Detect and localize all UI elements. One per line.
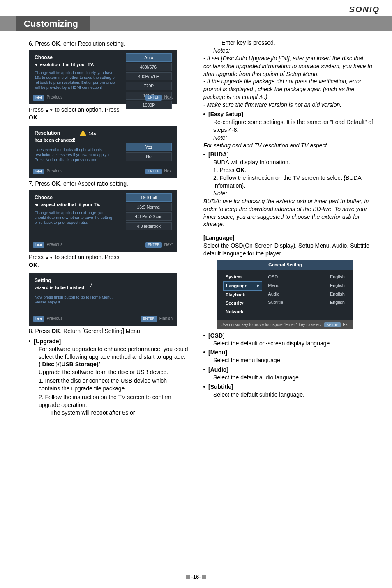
resolution-confirm-panel: Resolution has been changed! 14s Does ev… <box>29 126 177 178</box>
prev-chip-icon: I◀◀ <box>33 169 44 174</box>
osd-bullet: [OSD] <box>203 332 376 340</box>
subtitle-label: [Subtitle] <box>208 384 233 390</box>
panel-footer: I◀◀Previous ENTERNext <box>33 168 173 175</box>
panel-desc: Now press finish button to go to Home Me… <box>35 295 117 305</box>
gs-val-subtitle: English <box>308 298 347 307</box>
easy-setup-bullet: [Easy Setup] <box>203 110 376 118</box>
resolution-choose-panel: Choose a resolution that fit your TV. Ch… <box>29 50 177 105</box>
brand-logo: SONIQ <box>349 4 380 15</box>
bullet-icon <box>29 340 30 342</box>
content-columns: 6. Press OK, enter Resolution setting. C… <box>0 39 392 569</box>
panel-subcaption: has been changed! <box>35 137 76 143</box>
upgrade-step-2a: - The system will reboot after 5s or <box>47 409 189 417</box>
warning-icon <box>80 130 86 136</box>
panel-desc: Change will be applied immediately, you … <box>35 70 117 90</box>
panel-desc: Change will be applied in next page, you… <box>35 210 117 225</box>
gs-mid-subtitle[interactable]: Subtitle <box>265 298 304 307</box>
confirm-options: Yes No <box>126 143 172 161</box>
prev-footer[interactable]: I◀◀Previous <box>33 242 62 248</box>
buda-note-label: Note: <box>213 190 376 198</box>
aspect-options: 16:9 Full 16:9 Normal 4:3 PanSScan 4:3 l… <box>126 193 172 230</box>
page-footer: -16- <box>0 573 392 581</box>
gs-item-playback[interactable]: Playback <box>223 291 262 299</box>
gs-body: System Language Playback Security Networ… <box>217 270 353 320</box>
gs-val-osd: English <box>308 273 347 281</box>
down-arrow-icon <box>49 254 53 260</box>
option-43letterbox[interactable]: 4:3 letterbox <box>126 222 172 230</box>
gs-footer: Use cursor key to move focus,use "Enter … <box>217 320 353 329</box>
upgrade-body-1: For software upgrades to enhance perform… <box>39 345 189 361</box>
menu-label: [Menu] <box>208 349 227 356</box>
gs-mid-osd[interactable]: OSD <box>265 273 304 281</box>
bullet-icon <box>203 351 205 353</box>
next-footer[interactable]: ENTERNext <box>145 168 173 175</box>
up-arrow-icon <box>45 106 49 113</box>
gs-title: ... General Setting ... <box>217 260 353 270</box>
option-169full[interactable]: 16:9 Full <box>126 193 172 202</box>
gs-item-network[interactable]: Network <box>223 308 262 316</box>
enter-chip-icon: ENTER <box>145 95 162 100</box>
gs-footer-hint: Use cursor key to move focus,use "Enter … <box>221 322 322 328</box>
next-footer[interactable]: ENTERNext <box>145 94 173 101</box>
option-yes[interactable]: Yes <box>126 143 172 151</box>
gs-item-language[interactable]: Language <box>223 281 262 291</box>
aspect-choose-panel: Choose an aspect ratio that fit your TV.… <box>29 190 177 252</box>
enter-chip-icon: ENTER <box>141 316 157 322</box>
option-720p[interactable]: 720P <box>126 82 172 90</box>
option-1080p[interactable]: 1080P <box>126 101 172 109</box>
gs-right-col: English English English English <box>307 273 349 316</box>
down-arrow-icon <box>49 106 53 113</box>
upgrade-step-1: 1. Insert the disc or connect the USB de… <box>39 377 189 393</box>
left-column: 6. Press OK, enter Resolution setting. C… <box>0 39 196 569</box>
panel-caption: Setting <box>35 277 86 284</box>
play-arrow-icon <box>257 284 259 287</box>
gs-val-menu: English <box>308 281 347 290</box>
option-43panscan[interactable]: 4:3 PanSScan <box>126 212 172 220</box>
upgrade-list-label: { Disc }/{USB Storage}/ <box>39 361 189 368</box>
upgrade-bullet: [Upgrade] <box>29 338 189 345</box>
prev-chip-icon: I◀◀ <box>33 95 44 100</box>
option-480i[interactable]: 480I/576I <box>126 63 172 71</box>
buda-label: [BUDA] <box>208 151 229 158</box>
option-no[interactable]: No <box>126 152 172 161</box>
wizard-finish-panel: Setting wizard is to be finished! √ Now … <box>29 273 177 326</box>
option-169normal[interactable]: 16:9 Normal <box>126 203 172 211</box>
gs-mid-audio[interactable]: Audio <box>265 290 304 299</box>
step-6-text: 6. Press OK, enter Resolution setting. <box>29 40 189 48</box>
gs-val-audio: English <box>308 290 347 299</box>
language-heading: [Language] <box>203 234 376 242</box>
next-footer[interactable]: ENTERNext <box>145 242 173 248</box>
gs-mid-menu[interactable]: Menu <box>265 281 304 290</box>
enter-chip-icon: ENTER <box>145 242 162 248</box>
upgrade-step-2: 2. Follow the instruction on the TV scre… <box>39 393 189 409</box>
bullet-icon <box>203 369 205 370</box>
option-auto[interactable]: Auto <box>126 53 172 62</box>
prev-footer[interactable]: I◀◀Previous <box>33 168 62 175</box>
panel-subcaption: wizard is to be finished! <box>35 285 86 291</box>
gs-item-system[interactable]: System <box>223 273 262 281</box>
buda-note-body: BUDA: use for choosing the exterior usb … <box>203 198 376 229</box>
bullet-icon <box>203 154 205 155</box>
notes-label: Notes: <box>213 47 376 55</box>
gs-mid-col: OSD Menu Audio Subtitle <box>264 273 306 316</box>
osd-body: Select the default on-screen display lan… <box>213 340 376 347</box>
easy-setup-label: [Easy Setup] <box>208 111 243 117</box>
audio-body: Select the default audio language. <box>213 374 376 381</box>
setup-chip-icon: SETUP <box>324 322 341 327</box>
gs-footer-exit[interactable]: SETUPExit <box>324 322 350 328</box>
page-title: Customizing <box>16 16 90 31</box>
prev-footer[interactable]: I◀◀Previous <box>33 94 62 101</box>
option-480p[interactable]: 480P/576P <box>126 72 172 80</box>
subtitle-body: Select the default subtitle language. <box>213 391 376 399</box>
panel-footer: I◀◀Previous ENTERNext <box>33 242 173 248</box>
enter-chip-icon: ENTER <box>145 169 162 174</box>
gs-item-security[interactable]: Security <box>223 299 262 308</box>
next-footer[interactable]: ENTERFinnish <box>141 316 173 322</box>
prev-chip-icon: I◀◀ <box>33 316 44 322</box>
osd-label: [OSD] <box>208 332 225 339</box>
enter-key-pressed: Enter key is pressed. <box>221 39 376 47</box>
note-1: - If set [Disc Auto Upgrade]to [Off], af… <box>203 55 376 78</box>
prev-footer[interactable]: I◀◀Previous <box>33 316 62 322</box>
menu-bullet: [Menu] <box>203 349 376 356</box>
buda-body: BUDA will display Information. <box>213 158 376 166</box>
